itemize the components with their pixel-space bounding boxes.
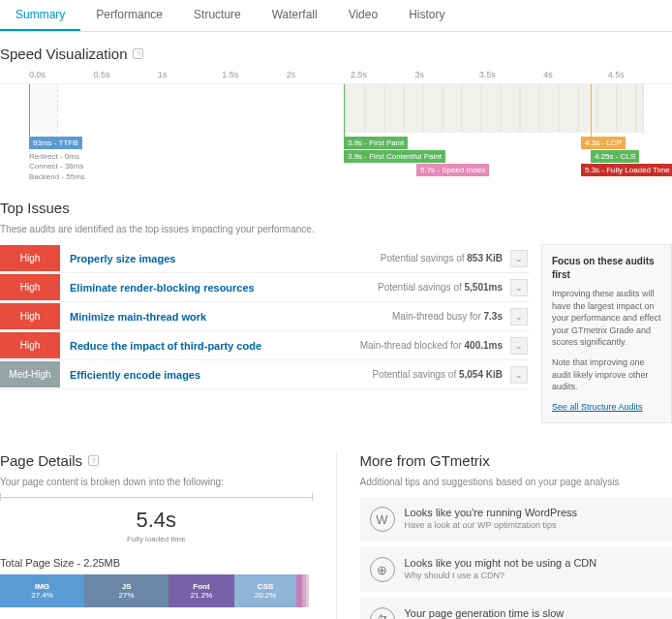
severity-badge: High <box>0 332 60 358</box>
fully-loaded-time: 5.4s <box>0 508 313 533</box>
bar-segment: Font21.2% <box>168 574 234 607</box>
chevron-down-icon[interactable]: ⌄ <box>510 337 528 355</box>
more-from-gtmetrix: More from GTmetrix Additional tips and s… <box>360 452 673 619</box>
tabs: SummaryPerformanceStructureWaterfallVide… <box>0 0 672 32</box>
focus-p2: Note that improving one audit likely imp… <box>552 356 661 393</box>
tab-performance[interactable]: Performance <box>80 0 178 31</box>
size-heading: Total Page Size - 2.25MB <box>0 557 313 569</box>
chevron-down-icon[interactable]: ⌄ <box>510 250 528 267</box>
issue-row[interactable]: HighMinimize main-thread workMain-thread… <box>0 302 530 331</box>
focus-heading: Focus on these audits first <box>552 255 661 282</box>
marker-first-paint: 3.9s - First Paint <box>344 137 408 149</box>
issue-row[interactable]: Med-HighEfficiently encode imagesPotenti… <box>0 360 530 389</box>
issues-subtitle: These audits are identified as the top i… <box>0 224 672 234</box>
bar-segment: JS27% <box>84 574 168 607</box>
issue-name: Reduce the impact of third-party code <box>60 340 360 352</box>
severity-badge: High <box>0 303 60 329</box>
more-subtitle: Additional tips and suggestions based on… <box>360 477 673 487</box>
severity-badge: High <box>0 245 60 271</box>
tip-heading: Looks like you're running WordPress <box>405 507 578 518</box>
fully-loaded-label: Fully loaded time <box>0 535 313 543</box>
issues-title: Top Issues <box>0 200 672 216</box>
marker-lcp: 4.3s - LCP <box>581 137 626 149</box>
bar-segment: IMG27.4% <box>0 574 84 607</box>
focus-box: Focus on these audits first Improving th… <box>541 244 672 423</box>
tip-heading: Looks like you might not be using a CDN <box>405 557 597 569</box>
ttfb-meta: Redirect - 0msConnect - 38msBackend - 55… <box>29 152 85 182</box>
issue-name: Efficiently encode images <box>60 369 372 381</box>
tab-history[interactable]: History <box>393 0 460 31</box>
chevron-down-icon[interactable]: ⌄ <box>510 366 528 384</box>
marker-ttfb: 93ms - TTFB <box>29 137 82 149</box>
more-title: More from GTmetrix <box>360 452 673 469</box>
tab-video[interactable]: Video <box>333 0 393 31</box>
issue-row[interactable]: HighProperly size imagesPotential saving… <box>0 244 530 273</box>
tip-sub: Have a look at our WP optimization tips <box>405 520 578 530</box>
timeline-track: 93ms - TTFB Redirect - 0msConnect - 38ms… <box>0 83 672 141</box>
issue-row[interactable]: HighEliminate render-blocking resourcesP… <box>0 273 530 302</box>
tip-sub: Why should I use a CDN? <box>405 571 597 580</box>
marker-cls: 4.25s - CLS <box>591 150 639 163</box>
details-title: Page Details <box>0 452 82 469</box>
tip-heading: Your page generation time is slow <box>405 607 565 619</box>
help-icon[interactable]: ? <box>88 455 99 466</box>
issue-row[interactable]: HighReduce the impact of third-party cod… <box>0 331 530 360</box>
issue-impact: Potential savings of 5,501ms <box>378 282 510 293</box>
tab-structure[interactable]: Structure <box>178 0 257 31</box>
tip-icon: ⏱ <box>370 607 395 619</box>
tab-waterfall[interactable]: Waterfall <box>257 0 333 31</box>
chevron-down-icon[interactable]: ⌄ <box>510 308 528 325</box>
tip-item[interactable]: ⊕Looks like you might not be using a CDN… <box>360 547 673 592</box>
marker-speed-index: 5.7s - Speed Index <box>416 164 489 176</box>
tip-item[interactable]: WLooks like you're running WordPressHave… <box>360 497 673 542</box>
issue-impact: Potential savings of 5,054 KiB <box>372 369 510 380</box>
details-subtitle: Your page content is broken down into th… <box>0 477 313 487</box>
page-details: Page Details? Your page content is broke… <box>0 452 313 619</box>
focus-link[interactable]: See all Structure Audits <box>552 402 643 412</box>
severity-badge: High <box>0 274 60 300</box>
tab-summary[interactable]: Summary <box>0 0 80 31</box>
severity-badge: Med-High <box>0 361 60 387</box>
timeline-ticks: 0.0s0.5s1s1.5s2s2.5s3s3.5s4s4.5s <box>0 70 672 79</box>
marker-fcp: 3.9s - First Contentful Paint <box>344 150 445 163</box>
speed-visualization: Speed Visualization? 0.0s0.5s1s1.5s2s2.5… <box>0 46 672 141</box>
bar-segment: CSS20.2% <box>234 574 297 607</box>
marker-flt: 5.3s - Fully Loaded Time <box>581 164 672 176</box>
speed-title: Speed Visualization <box>0 46 127 62</box>
size-bar: IMG27.4%JS27%Font21.2%CSS20.2% <box>0 574 313 607</box>
help-icon[interactable]: ? <box>133 48 143 59</box>
issue-impact: Main-thread busy for 7.3s <box>392 311 510 322</box>
issue-name: Eliminate render-blocking resources <box>60 282 378 294</box>
tip-item[interactable]: ⏱Your page generation time is slowLearn … <box>360 598 673 619</box>
tip-icon: ⊕ <box>370 557 395 582</box>
issue-impact: Potential savings of 853 KiB <box>381 253 510 263</box>
issue-impact: Main-thread blocked for 400.1ms <box>360 340 510 351</box>
issue-name: Minimize main-thread work <box>60 311 392 323</box>
issue-name: Properly size images <box>60 253 381 264</box>
tip-icon: W <box>370 507 395 532</box>
issues-table: HighProperly size imagesPotential saving… <box>0 244 530 423</box>
chevron-down-icon[interactable]: ⌄ <box>510 279 528 296</box>
top-issues: Top Issues These audits are identified a… <box>0 200 672 423</box>
focus-p1: Improving these audits will have the lar… <box>552 288 661 349</box>
